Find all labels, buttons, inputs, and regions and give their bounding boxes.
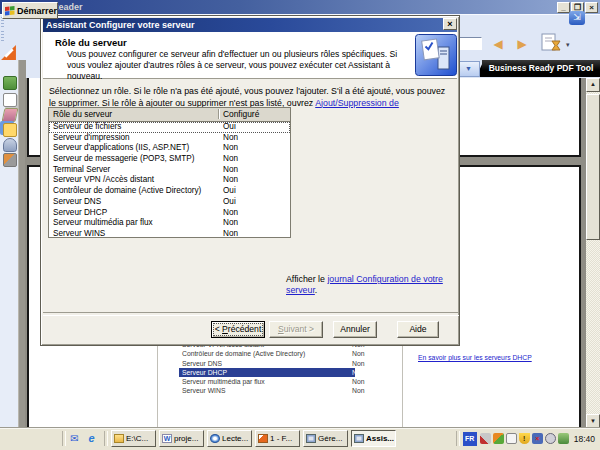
signature-icon[interactable] <box>3 153 17 167</box>
pdf-table-row: Serveur WINSNon <box>179 386 355 395</box>
banner-business-ready: Business Ready PDF Tool <box>482 60 600 77</box>
column-configured: Configuré <box>223 108 259 120</box>
taskbar-item-foxit[interactable]: 1 - F... <box>255 430 300 447</box>
scheduler-icon[interactable] <box>545 433 556 444</box>
scroll-up-icon[interactable]: ▲ <box>586 78 600 92</box>
cancel-button[interactable]: Annuler <box>333 321 377 338</box>
taskbar-item-label: Assis... <box>366 434 394 443</box>
table-row[interactable]: Serveur d'applications (IIS, ASP.NET)Non <box>49 143 290 154</box>
dialog-header-description: Vous pouvez configurer ce serveur afin d… <box>67 49 405 82</box>
wizard-icon <box>354 434 364 443</box>
toolbar-dropdown-button[interactable]: ▼ <box>457 61 480 77</box>
comments-icon[interactable] <box>3 123 17 137</box>
desktop: 1 - Foxit Reader _ ❐ × ◀ ▶ ▾ ⇲ Business … <box>0 0 600 450</box>
taskbar-item-media-player[interactable]: Lecte... <box>207 430 252 447</box>
antivirus-icon[interactable] <box>558 433 569 444</box>
table-row[interactable]: Terminal ServerNon <box>49 165 290 176</box>
table-row[interactable]: Contrôleur de domaine (Active Directory)… <box>49 186 290 197</box>
pdf-table-row: Serveur DNSNon <box>179 359 355 368</box>
taskbar-item-label: Lecte... <box>222 434 248 443</box>
table-row[interactable]: Serveur multimédia par fluxNon <box>49 218 290 229</box>
tray-divider <box>456 431 460 446</box>
role-table-header: Rôle du serveur Configuré <box>49 108 290 122</box>
windows-flag-icon <box>5 6 15 16</box>
role-table-body: Serveur de fichiersOuiServeur d'impressi… <box>49 122 290 240</box>
taskbar-items: E:\C...Wproje...Lecte...1 - F...Gére...A… <box>111 430 396 447</box>
updates-icon[interactable] <box>493 433 504 444</box>
table-row[interactable]: Serveur DHCPNon <box>49 208 290 219</box>
table-row[interactable]: Serveur d'impressionNon <box>49 133 290 144</box>
close-button[interactable]: × <box>585 2 598 13</box>
dialog-title: Assistant Configurer votre serveur <box>46 20 195 30</box>
button-separator <box>43 312 459 316</box>
role-table: Rôle du serveur Configuré Serveur de fic… <box>48 107 291 238</box>
network-error-icon[interactable]: × <box>532 433 543 444</box>
table-row[interactable]: Serveur WINSNon <box>49 229 290 240</box>
eraser-icon[interactable] <box>2 108 19 122</box>
keys-icon[interactable] <box>480 433 491 444</box>
security-shield-icon[interactable]: ! <box>519 433 530 444</box>
taskbar-item-label: 1 - F... <box>270 434 292 443</box>
player-icon <box>210 434 220 443</box>
word-icon: W <box>162 434 172 443</box>
taskbar-item-label: proje... <box>174 434 198 443</box>
start-label: Démarrer <box>17 6 57 16</box>
next-button[interactable]: Suivant > <box>269 321 323 338</box>
taskbar-clock[interactable]: 18:40 <box>574 434 595 444</box>
next-view-icon[interactable]: ▶ <box>511 35 533 53</box>
column-divider <box>218 109 219 119</box>
scroll-down-icon[interactable]: ▼ <box>586 414 600 428</box>
table-row[interactable]: Serveur de fichiersOui <box>49 122 290 133</box>
dialog-header: Rôle du serveur Vous pouvez configurer c… <box>43 32 457 79</box>
foxit-icon <box>258 434 268 443</box>
folder-icon <box>114 434 124 443</box>
taskbar-item-manage-server[interactable]: Gére... <box>303 430 348 447</box>
foxit-titlebar[interactable]: 1 - Foxit Reader _ ❐ × <box>0 0 600 14</box>
tray-icons: !× <box>480 433 569 444</box>
bookmarks-icon[interactable] <box>3 76 17 90</box>
help-button[interactable]: Aide <box>397 321 439 338</box>
scrollbar-thumb[interactable] <box>586 94 600 240</box>
log-text: Afficher le journal Configuration de vot… <box>286 274 454 296</box>
taskbar-item-label: E:\C... <box>126 434 148 443</box>
pdf-table-row: Contrôleur de domaine (Active Directory)… <box>179 349 355 358</box>
pdf-content-divider <box>402 338 403 428</box>
clipboard-icon[interactable] <box>506 433 517 444</box>
taskbar-item-server-wizard[interactable]: Assis... <box>351 430 396 447</box>
start-button[interactable]: Démarrer <box>2 2 58 19</box>
server-wizard-dialog: Assistant Configurer votre serveur × Rôl… <box>40 15 460 346</box>
taskbar-divider <box>62 431 66 446</box>
toolbar-grip[interactable] <box>1 31 4 43</box>
pdf-dhcp-link[interactable]: En savoir plus sur les serveurs DHCP <box>418 354 532 361</box>
pdf-table-row: Serveur multimédia par fluxNon <box>179 377 355 386</box>
table-row[interactable]: Serveur VPN /Accès distantNon <box>49 175 290 186</box>
pdf-table-row: Serveur DHCPNon <box>179 368 355 377</box>
fullscreen-button[interactable]: ⇲ <box>569 11 585 25</box>
taskbar-item-label: Gére... <box>318 434 342 443</box>
pdf-role-table: Serveur VPN/Accès distantNonContrôleur d… <box>179 340 355 396</box>
minimize-button[interactable]: _ <box>557 2 570 13</box>
pages-icon[interactable] <box>3 93 17 107</box>
quicklaunch-mail-icon[interactable]: ✉ <box>68 432 81 445</box>
dialog-header-title: Rôle du serveur <box>55 37 127 48</box>
quicklaunch-ie-icon[interactable]: e <box>85 432 98 445</box>
dialog-close-button[interactable]: × <box>443 18 457 30</box>
computer-icon <box>306 434 316 443</box>
table-row[interactable]: Serveur de messagerie (POP3, SMTP)Non <box>49 154 290 165</box>
taskbar-divider <box>104 431 108 446</box>
snapshot-tool-icon[interactable] <box>540 33 562 52</box>
table-row[interactable]: Serveur DNSOui <box>49 197 290 208</box>
server-wizard-icon <box>415 34 457 76</box>
tool-dropdown-icon[interactable]: ▾ <box>566 41 570 49</box>
dialog-titlebar[interactable]: Assistant Configurer votre serveur <box>43 18 457 32</box>
previous-view-icon[interactable]: ◀ <box>487 35 509 53</box>
system-tray: FR !× 18:40 <box>456 430 598 447</box>
column-role: Rôle du serveur <box>53 108 112 120</box>
taskbar-item-explorer[interactable]: E:\C... <box>111 430 156 447</box>
pdf-content-divider <box>157 338 158 428</box>
taskbar-item-word[interactable]: Wproje... <box>159 430 204 447</box>
attachments-icon[interactable] <box>3 138 17 152</box>
language-indicator[interactable]: FR <box>463 432 477 446</box>
back-button[interactable]: < Précédent <box>211 321 265 338</box>
